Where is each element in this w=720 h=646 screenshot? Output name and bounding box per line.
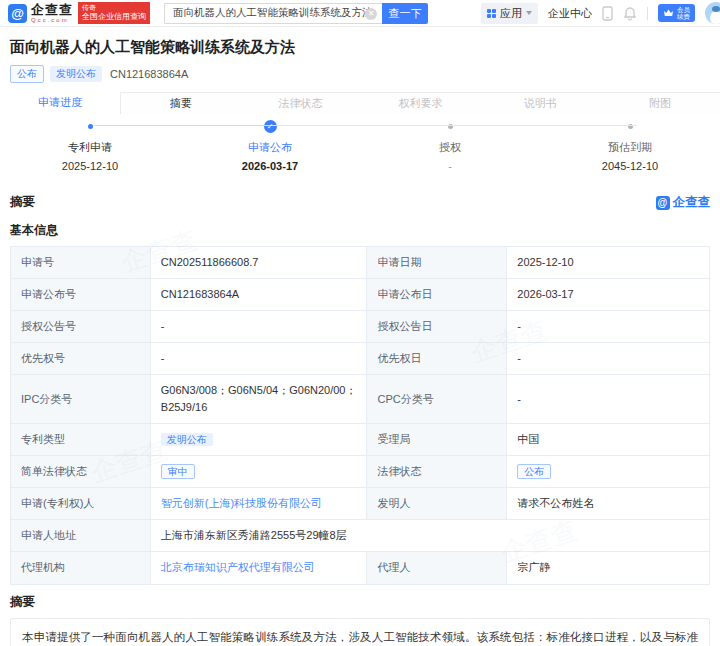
timeline-label: 授权 — [439, 140, 461, 155]
field-label: 授权公告日 — [367, 311, 507, 343]
table-row: 代理机构北京布瑞知识产权代理有限公司代理人宗广静 — [11, 552, 710, 584]
field-label: 授权公告号 — [11, 311, 151, 343]
timeline-label: 专利申请 — [68, 140, 112, 155]
promo-line1: 传奇 — [82, 4, 146, 12]
value-text: - — [517, 320, 521, 332]
entity-link[interactable]: 智元创新(上海)科技股份有限公司 — [161, 497, 322, 509]
field-label: 申请日期 — [367, 247, 507, 279]
tab-2[interactable]: 法律状态 — [241, 92, 361, 114]
promo-line2: 全国企业信用查询 — [82, 12, 146, 21]
field-label: 法律状态 — [367, 456, 507, 488]
timeline-line-pending — [270, 125, 637, 126]
value-badge: 发明公布 — [161, 433, 213, 446]
field-label: CPC分类号 — [367, 375, 507, 424]
field-value: 2026-03-17 — [507, 279, 710, 311]
mobile-icon[interactable] — [602, 6, 613, 21]
timeline-date: 2045-12-10 — [602, 160, 658, 172]
basic-info-title: 基本信息 — [10, 222, 710, 239]
field-value: 中国 — [507, 424, 710, 456]
field-value: 发明公布 — [150, 424, 367, 456]
value-badge: 公布 — [517, 464, 551, 479]
timeline-date: - — [448, 160, 452, 172]
value-text: G06N3/008；G06N5/04；G06N20/00；B25J9/16 — [161, 384, 357, 413]
field-label: 申请号 — [11, 247, 151, 279]
tab-4[interactable]: 说明书 — [480, 92, 600, 114]
table-row: 专利类型发明公布受理局中国 — [11, 424, 710, 456]
field-value: - — [507, 311, 710, 343]
abstract-text: 本申请提供了一种面向机器人的人工智能策略训练系统及方法，涉及人工智能技术领域。该… — [22, 627, 698, 646]
value-text: CN121683864A — [161, 288, 239, 300]
qcc-watermark-logo: @ 企查查 — [656, 194, 711, 211]
vip-renew-button[interactable]: 会员续费 — [658, 4, 695, 22]
field-value: - — [150, 343, 367, 375]
check-icon: ✓ — [264, 120, 277, 133]
search-button[interactable]: 查一下 — [382, 3, 428, 24]
brand-text[interactable]: 企查查 Qcc.com — [31, 3, 73, 23]
timeline-node-1: ✓申请公布2026-03-17 — [180, 120, 360, 172]
field-value: - — [507, 343, 710, 375]
search-input[interactable]: 面向机器人的人工智能策略训练系统及方法 ✕ — [164, 3, 382, 24]
field-value: 审中 — [150, 456, 367, 488]
value-text: - — [161, 320, 165, 332]
value-text: - — [161, 352, 165, 364]
tab-bar: 申请进度摘要法律状态权利要求说明书附图 — [0, 92, 720, 114]
abstract-box: 本申请提供了一种面向机器人的人工智能策略训练系统及方法，涉及人工智能技术领域。该… — [10, 618, 710, 646]
vip-label: 会员续费 — [677, 6, 690, 20]
entity-link[interactable]: 北京布瑞知识产权代理有限公司 — [161, 561, 315, 573]
field-value: CN202511866608.7 — [150, 247, 367, 279]
clear-icon[interactable]: ✕ — [365, 8, 377, 20]
table-row: 申请公布号CN121683864A申请公布日2026-03-17 — [11, 279, 710, 311]
search-input-value: 面向机器人的人工智能策略训练系统及方法 — [173, 6, 373, 20]
timeline-label: 申请公布 — [248, 140, 292, 155]
qcc-watermark-text: 企查查 — [673, 194, 711, 211]
field-label: 代理人 — [367, 552, 507, 584]
field-label: 受理局 — [367, 424, 507, 456]
field-value[interactable]: 智元创新(上海)科技股份有限公司 — [150, 488, 367, 520]
field-label: IPC分类号 — [11, 375, 151, 424]
apps-label: 应用 — [500, 6, 522, 21]
chevron-down-icon — [526, 11, 532, 15]
tab-1[interactable]: 摘要 — [121, 92, 241, 114]
user-avatar[interactable] — [705, 2, 720, 24]
divider — [647, 7, 648, 20]
timeline-dot — [88, 124, 93, 129]
field-label: 申请公布号 — [11, 279, 151, 311]
field-label: 优先权日 — [367, 343, 507, 375]
top-header: @ 企查查 Qcc.com 传奇 全国企业信用查询 面向机器人的人工智能策略训练… — [0, 0, 720, 27]
field-label: 代理机构 — [11, 552, 151, 584]
patent-type-badge: 发明公布 — [50, 66, 102, 82]
table-row: 优先权号-优先权日- — [11, 343, 710, 375]
value-text: CN202511866608.7 — [161, 256, 259, 268]
bell-icon[interactable] — [623, 6, 637, 21]
field-value[interactable]: 北京布瑞知识产权代理有限公司 — [150, 552, 367, 584]
timeline-date: 2025-12-10 — [62, 160, 118, 172]
timeline-label: 预估到期 — [608, 140, 652, 155]
publication-number: CN121683864A — [110, 68, 188, 80]
field-label: 优先权号 — [11, 343, 151, 375]
timeline-nodes: 专利申请2025-12-10✓申请公布2026-03-17授权-预估到期2045… — [0, 120, 720, 172]
table-row: 申请人地址上海市浦东新区秀浦路2555号29幢8层 — [11, 520, 710, 552]
field-value: 宗广静 — [507, 552, 710, 584]
search-bar: 面向机器人的人工智能策略训练系统及方法 ✕ 查一下 — [164, 3, 428, 24]
value-text: - — [517, 352, 521, 364]
tab-3[interactable]: 权利要求 — [360, 92, 480, 114]
enterprise-center-link[interactable]: 企业中心 — [548, 6, 592, 21]
apps-menu[interactable]: 应用 — [481, 3, 538, 24]
status-badge: 公布 — [10, 65, 44, 83]
summary-section-header: 摘要 @ 企查查 — [10, 194, 710, 211]
tab-0[interactable]: 申请进度 — [0, 92, 121, 114]
abstract-section-title: 摘要 — [10, 594, 35, 611]
qcc-logo-icon[interactable]: @ — [8, 4, 27, 23]
timeline-node-0: 专利申请2025-12-10 — [0, 120, 180, 172]
tag-row: 公布 发明公布 CN121683864A — [10, 65, 710, 83]
value-text: 2025-12-10 — [517, 256, 573, 268]
timeline-node-3: 预估到期2045-12-10 — [540, 120, 720, 172]
tab-5[interactable]: 附图 — [600, 92, 720, 114]
field-label: 申请公布日 — [367, 279, 507, 311]
qcc-mini-logo-icon: @ — [656, 196, 670, 210]
value-text: 宗广静 — [517, 561, 550, 573]
value-text: 请求不公布姓名 — [517, 497, 594, 509]
brand-name: 企查查 — [31, 3, 73, 16]
timeline-date: 2026-03-17 — [242, 160, 298, 172]
field-label: 申请人地址 — [11, 520, 151, 552]
